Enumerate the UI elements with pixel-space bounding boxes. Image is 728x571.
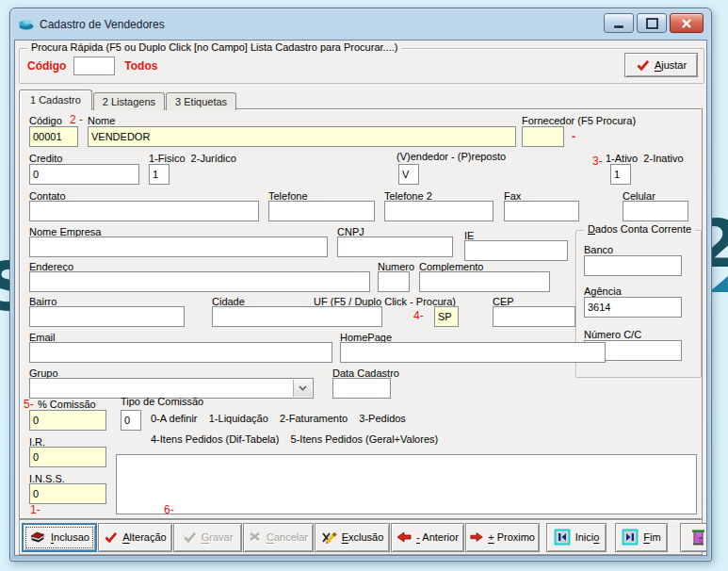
vendedor-preposto-label: (V)endedor - (P)reposto [396, 151, 506, 162]
credito-field[interactable] [29, 164, 139, 185]
ir-field[interactable] [29, 447, 106, 467]
pencil-x-icon [321, 530, 337, 544]
dados-conta-corrente-legend: Dados Conta Corrente [584, 223, 695, 235]
tipo-comissao-options-line2: 4-Itens Pedidos (Dif-Tabela) 5-Itens Ped… [151, 433, 438, 445]
title-bar[interactable]: Cadastro de Vendedores [10, 8, 711, 40]
anterior-button[interactable]: - Anterior [391, 523, 464, 552]
credito-label: Credito [29, 153, 62, 164]
email-field[interactable] [29, 342, 332, 363]
agencia-field[interactable] [584, 297, 682, 318]
fornecedor-dash-annotation: - [572, 130, 575, 143]
numero-field[interactable] [378, 271, 410, 292]
cancelar-button[interactable]: Cancelar [243, 523, 314, 552]
gray-x-icon [249, 531, 262, 543]
comissao-field[interactable] [29, 410, 106, 431]
maximize-icon [646, 18, 658, 29]
codigo-label: Código [29, 115, 62, 126]
fisico-juridico-label: 1-Fisico 2-Jurídico [149, 153, 236, 164]
inss-field[interactable] [29, 483, 106, 504]
gray-check-icon [183, 531, 197, 544]
red-arrow-right-icon [470, 531, 483, 543]
cadastro-vendedores-window: Cadastro de Vendedores Procura Rápida (F… [9, 8, 712, 562]
annotation-1: 1- [30, 503, 40, 516]
fax-field[interactable] [504, 201, 579, 221]
celular-field[interactable] [623, 201, 688, 221]
cnpj-field[interactable] [337, 237, 453, 257]
telefone2-field[interactable] [384, 201, 493, 221]
nome-empresa-field[interactable] [29, 237, 328, 257]
observacoes-textarea[interactable] [116, 454, 697, 514]
tab-cadastro[interactable]: 1 Cadastro [19, 90, 92, 110]
cadastro-tab-page: Código 2 - Nome Fornecedor (F5 Procura) … [19, 108, 703, 519]
exit-door-icon [691, 529, 705, 546]
annotation-4: 4- [413, 309, 424, 322]
uf-field[interactable] [434, 306, 459, 327]
grupo-dropdown-arrow[interactable] [293, 380, 312, 397]
close-button[interactable] [670, 13, 704, 33]
ie-field[interactable] [464, 240, 568, 261]
alteracao-button[interactable]: Alteração [98, 523, 172, 552]
nome-label: Nome [88, 115, 115, 126]
tipo-comissao-options-line1: 0-A definir 1-Liquidação 2-Faturamento 3… [151, 413, 406, 424]
tab-listagens[interactable]: 2 Listagens [93, 92, 165, 110]
banco-field[interactable] [584, 255, 682, 276]
exclusao-button[interactable]: Exclusão [315, 523, 390, 552]
fornecedor-field[interactable] [522, 126, 564, 147]
book-stack-icon [29, 530, 46, 544]
chevron-down-icon [299, 385, 307, 391]
fisico-juridico-field[interactable] [149, 164, 170, 185]
fim-button[interactable]: Fim [615, 523, 668, 552]
dialog-client-area: Procura Rápida (F5 ou Duplo Click [no Ca… [14, 40, 707, 556]
tipo-comissao-label: Tipo de Comissão [121, 396, 203, 407]
red-check-icon [636, 59, 650, 72]
inicio-button[interactable]: Inicio [546, 523, 607, 552]
tipo-comissao-field[interactable] [121, 410, 141, 431]
proximo-button[interactable]: + Proximo [465, 523, 540, 552]
app-logo-icon [18, 18, 34, 30]
bairro-field[interactable] [29, 306, 185, 327]
nome-field[interactable] [88, 126, 516, 147]
data-cadastro-field[interactable] [332, 378, 391, 399]
procura-rapida-groupbox: Procura Rápida (F5 ou Duplo Click [no Ca… [19, 48, 704, 84]
codigo-search-label: Código [27, 59, 66, 73]
complemento-field[interactable] [419, 271, 550, 292]
cep-field[interactable] [493, 306, 575, 327]
minimize-icon [614, 25, 623, 28]
skip-to-end-icon [622, 529, 639, 546]
ajustar-button[interactable]: Ajustar [624, 53, 698, 77]
cidade-field[interactable] [212, 306, 382, 327]
annotation-3: 3- [592, 155, 603, 168]
ativo-inativo-field[interactable] [610, 164, 631, 185]
todos-label: Todos [124, 59, 157, 73]
homepage-field[interactable] [340, 342, 606, 363]
tab-strip: 1 Cadastro 2 Listagens 3 Etiquetas [19, 90, 237, 109]
telefone-field[interactable] [268, 201, 375, 221]
ativo-inativo-label: 1-Ativo 2-Inativo [606, 153, 684, 164]
codigo-field[interactable] [29, 126, 78, 147]
window-title: Cadastro de Vendedores [40, 18, 165, 31]
endereco-field[interactable] [29, 271, 370, 292]
codigo-search-input[interactable] [73, 57, 115, 75]
annotation-6: 6- [164, 503, 174, 516]
banco-label: Banco [584, 244, 613, 255]
close-icon [681, 19, 692, 28]
comissao-label: % Comissão [38, 399, 96, 410]
minimize-button[interactable] [604, 13, 634, 33]
fornecedor-label: Fornecedor (F5 Procura) [522, 115, 636, 126]
bottom-button-bar: Inclusao Alteração Gravar [19, 519, 703, 555]
red-arrow-left-icon [396, 531, 412, 543]
red-check-icon [104, 531, 118, 544]
vendedor-preposto-field[interactable] [398, 164, 419, 185]
inclusao-button[interactable]: Inclusao [22, 523, 97, 552]
skip-to-start-icon [554, 529, 571, 546]
agencia-label: Agência [584, 286, 622, 297]
tab-etiquetas[interactable]: 3 Etiquetas [166, 92, 236, 110]
numero-cc-label: Número C/C [584, 329, 641, 340]
sair-button[interactable]: Sair [680, 523, 707, 552]
maximize-button[interactable] [637, 13, 667, 33]
annotation-2: 2 - [70, 113, 83, 126]
gravar-button[interactable]: Gravar [173, 523, 242, 552]
contato-field[interactable] [29, 201, 259, 221]
annotation-5: 5- [24, 398, 34, 411]
procura-rapida-legend: Procura Rápida (F5 ou Duplo Click [no Ca… [27, 41, 401, 53]
